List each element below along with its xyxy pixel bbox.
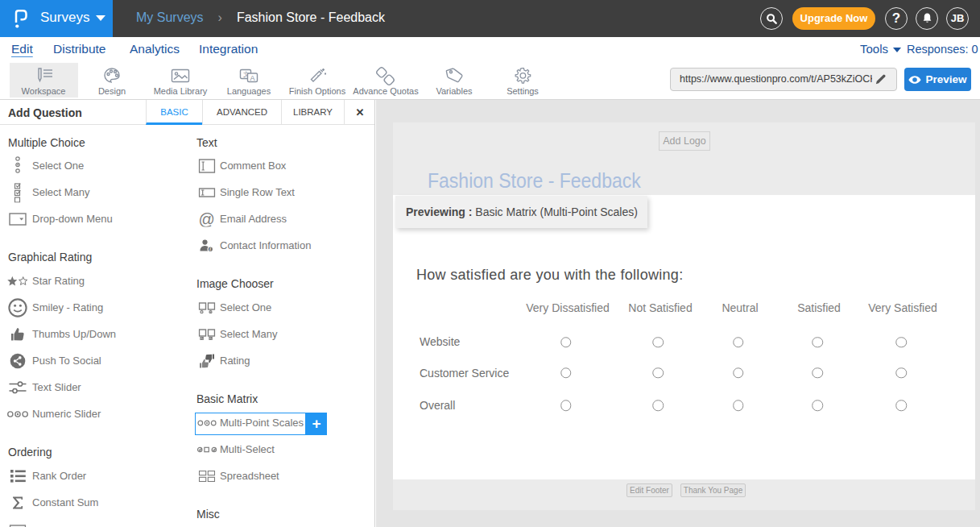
svg-text:@: @ (199, 212, 215, 227)
svg-text:A: A (250, 74, 254, 82)
